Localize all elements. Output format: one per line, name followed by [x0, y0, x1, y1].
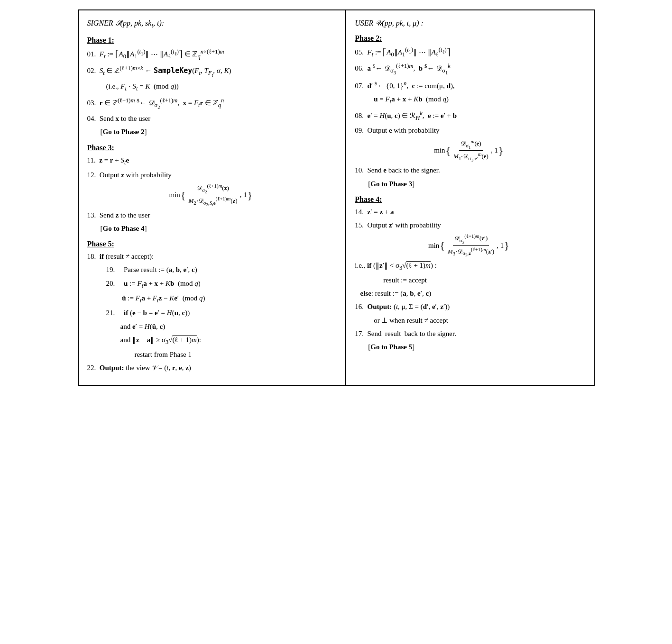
phase1-heading: Phase 1:	[87, 36, 335, 45]
step-21b: and e′ = H(û, c)	[120, 321, 335, 332]
step-21a: 21. if (e − b = e′ = H(u, c))	[106, 308, 335, 318]
signer-column: SIGNER 𝒮(pp, pk, skt, t): Phase 1: 01. F…	[79, 10, 347, 385]
step-13-goto: [Go to Phase 4]	[101, 223, 335, 234]
step-10-goto: [Go to Phase 3]	[368, 179, 583, 190]
phase5-heading: Phase 5:	[87, 240, 335, 248]
step-20b: û := Fta + Ftz − Ke′ (mod q)	[106, 293, 335, 305]
step-20a: 20. u := Fta + x + Kb (mod q)	[106, 278, 335, 290]
step-10: 10. Send e back to the signer.	[355, 165, 583, 176]
step-16-or: or ⊥ when result ≠ accept	[374, 315, 583, 326]
step-09: 09. Output e with probability	[355, 125, 583, 136]
step-08: 08. e′ = H(u, c) ∈ ℛHk, e := e′ + b	[355, 109, 583, 123]
step-03: 03. r ∈ ℤ(ℓ+1)m $← 𝒟σ2(ℓ+1)m, x = Ftr ∈ …	[87, 96, 335, 111]
user-header: USER 𝒰(pp, pk, t, μ) :	[355, 19, 583, 27]
step-12: 12. Output z with probability	[87, 170, 335, 181]
phase2-heading: Phase 2:	[355, 34, 583, 43]
step-21d: restart from Phase 1	[135, 349, 335, 360]
step-17: 17. Send result back to the signer.	[355, 328, 583, 339]
step-18: 18. if (result ≠ accept):	[87, 251, 335, 262]
step-02-note: (i.e., Ft ⋅ St = K (mod q))	[106, 81, 335, 93]
step-15: 15. Output z′ with probability	[355, 220, 583, 231]
step-14: 14. z′ = z + a	[355, 207, 583, 218]
step-16: 16. Output: (t, μ, Σ = (d′, e′, z′))	[355, 301, 583, 312]
step-15-formula: min { 𝒟σ3(ℓ+1)m(z′) M3⋅𝒟σ3,z(ℓ+1)m(z′) ,…	[355, 233, 583, 257]
user-column: USER 𝒰(pp, pk, t, μ) : Phase 2: 05. Ft :…	[346, 10, 593, 385]
step-06: 06. a $← 𝒟σ3(ℓ+1)m, b $← 𝒟σ1k	[355, 62, 583, 77]
step-21c: and ‖z + a‖ ≥ σ3√(ℓ + 1)m):	[120, 335, 335, 347]
step-15-else: else: result := (a, b, e′, c)	[355, 288, 583, 299]
step-13: 13. Send z to the user	[87, 210, 335, 221]
step-15-note: i.e., if (‖z′‖ < σ3√(ℓ + 1)m) :	[355, 260, 583, 272]
step-07a: 07. d′ $← {0, 1}n, c := com(μ, d),	[355, 79, 583, 91]
phase3-heading: Phase 3:	[87, 144, 335, 152]
step-11: 11. z = r + Ste	[87, 155, 335, 167]
step-05: 05. Ft := ⎡A0‖A1(t1)‖ ⋯ ‖Aℓ(tℓ)⎤	[355, 45, 583, 59]
step-22: 22. Output: the view 𝒱 = (t, r, e, z)	[87, 363, 335, 373]
step-07b: u = Fta + x + Kb (mod q)	[374, 94, 583, 106]
step-01: 01. Ft := ⎡A0‖A1(t1)‖ ⋯ ‖Aℓ(tℓ)⎤ ∈ ℤqn×(…	[87, 47, 335, 61]
step-19: 19. Parse result := (a, b, e′, c)	[106, 264, 335, 275]
step-17-goto: [Go to Phase 5]	[368, 342, 583, 353]
step-04-goto: [Go to Phase 2]	[101, 127, 335, 137]
step-04: 04. Send x to the user	[87, 113, 335, 124]
step-15-accept: result := accept	[383, 275, 583, 286]
signer-header: SIGNER 𝒮(pp, pk, skt, t):	[87, 19, 335, 29]
step-09-formula: min { 𝒟σ1m(e) M1⋅𝒟σ1,e′m(e) , 1 }	[355, 138, 583, 163]
step-02: 02. St ∈ ℤ(ℓ+1)m×k ← SampleKey(Ft, TFt, …	[87, 64, 335, 79]
step-12-formula: min { 𝒟σ2(ℓ+1)m(z) M2⋅𝒟σ2,Ste(ℓ+1)m(z) ,…	[87, 183, 335, 207]
phase4-heading: Phase 4:	[355, 195, 583, 204]
